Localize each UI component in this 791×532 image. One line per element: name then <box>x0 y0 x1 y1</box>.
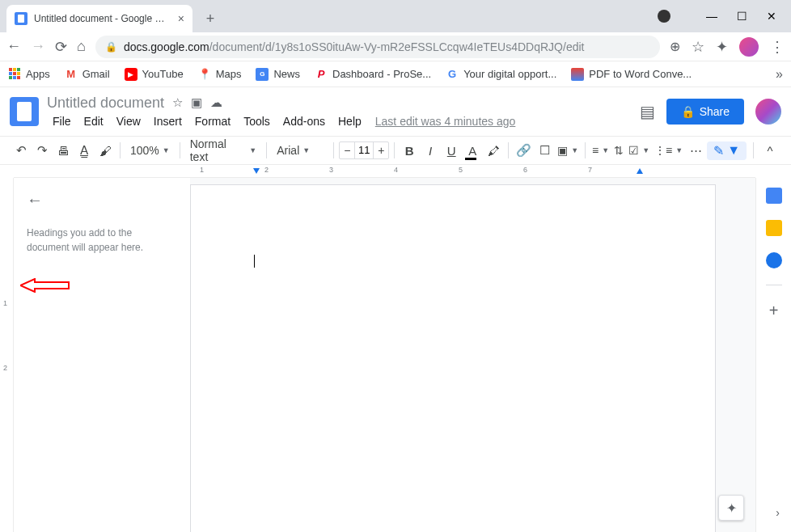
paint-format-button[interactable]: 🖌 <box>95 141 115 160</box>
calendar-app-icon[interactable] <box>766 188 782 204</box>
browser-toolbar: ← → ⟳ ⌂ 🔒 docs.google.com/document/d/1y8… <box>0 32 791 61</box>
back-button[interactable]: ← <box>6 38 21 55</box>
close-tab-icon[interactable]: × <box>178 12 184 25</box>
window-controls: — ☐ ✕ <box>658 0 791 32</box>
forward-button[interactable]: → <box>31 38 45 55</box>
line-spacing-button[interactable]: ⇅ <box>612 144 625 157</box>
decrease-font-button[interactable]: − <box>340 144 354 157</box>
undo-button[interactable]: ↶ <box>11 141 31 160</box>
menu-format[interactable]: Format <box>189 113 236 129</box>
google-g-icon: G <box>446 68 459 81</box>
vertical-ruler[interactable]: 1 2 <box>0 178 14 532</box>
bookmark-gmail[interactable]: M Gmail <box>65 68 110 81</box>
address-bar[interactable]: 🔒 docs.google.com/document/d/1y8s1oSS0it… <box>95 36 660 58</box>
keep-app-icon[interactable] <box>766 220 782 236</box>
bookmark-youtube[interactable]: ▶ YouTube <box>125 68 184 81</box>
paragraph-style-select[interactable]: Normal text ▼ <box>185 137 262 163</box>
menu-insert[interactable]: Insert <box>148 113 188 129</box>
bookmark-label: News <box>273 68 300 80</box>
profile-badge-icon[interactable] <box>658 10 670 23</box>
profile-avatar-icon[interactable] <box>739 37 759 57</box>
bookmark-dashboard[interactable]: P Dashboard - ProSe... <box>315 68 431 81</box>
reload-button[interactable]: ⟳ <box>55 38 67 56</box>
menu-tools[interactable]: Tools <box>238 113 276 129</box>
collapse-toolbar-button[interactable]: ^ <box>760 141 780 160</box>
explore-button[interactable]: ✦ <box>718 495 744 521</box>
ruler-mark: 6 <box>523 166 527 174</box>
star-icon[interactable]: ☆ <box>172 95 183 110</box>
print-button[interactable]: 🖶 <box>53 141 73 160</box>
underline-button[interactable]: U <box>442 141 461 160</box>
gmail-icon: M <box>65 68 78 81</box>
lock-icon: 🔒 <box>105 41 117 53</box>
bookmark-star-icon[interactable]: ☆ <box>692 38 704 56</box>
collapse-side-panel-button[interactable]: › <box>776 506 780 519</box>
text-cursor <box>254 255 255 268</box>
bookmark-news[interactable]: G News <box>256 68 300 81</box>
last-edit-link[interactable]: Last edit was 4 minutes ago <box>375 115 516 128</box>
bookmark-digital[interactable]: G Your digital opport... <box>446 68 556 81</box>
document-canvas[interactable] <box>190 178 755 532</box>
browser-tab[interactable]: Untitled document - Google Docs × <box>6 5 192 32</box>
extensions-icon[interactable]: ✦ <box>716 38 728 56</box>
more-format-button[interactable]: ⋯ <box>686 141 705 160</box>
italic-button[interactable]: I <box>421 141 440 160</box>
minimize-button[interactable]: — <box>706 10 717 23</box>
ruler-mark: 3 <box>329 166 333 174</box>
bold-button[interactable]: B <box>400 141 419 160</box>
add-addon-button[interactable]: + <box>769 302 779 320</box>
separator <box>266 142 267 158</box>
cloud-status-icon[interactable]: ☁ <box>210 95 222 110</box>
close-window-button[interactable]: ✕ <box>767 10 776 23</box>
increase-font-button[interactable]: + <box>374 144 388 157</box>
font-size-control: − 11 + <box>339 141 389 159</box>
bookmark-label: Your digital opport... <box>463 68 556 80</box>
menu-view[interactable]: View <box>111 113 146 129</box>
ruler-mark: 5 <box>459 166 463 174</box>
chrome-menu-icon[interactable]: ⋮ <box>770 38 785 56</box>
right-margin-marker[interactable] <box>637 168 643 174</box>
account-avatar[interactable] <box>755 99 781 125</box>
align-button[interactable]: ≡ ▼ <box>590 144 611 157</box>
outline-collapse-button[interactable]: ← <box>27 191 43 209</box>
document-page[interactable] <box>190 184 716 532</box>
menu-edit[interactable]: Edit <box>78 113 109 129</box>
home-button[interactable]: ⌂ <box>77 38 86 55</box>
move-folder-icon[interactable]: ▣ <box>191 95 202 110</box>
highlight-button[interactable]: 🖍 <box>484 141 503 160</box>
redo-button[interactable]: ↷ <box>32 141 52 160</box>
tasks-app-icon[interactable] <box>766 252 782 268</box>
insert-comment-button[interactable]: ☐ <box>535 141 554 160</box>
font-select[interactable]: Arial ▼ <box>272 144 328 157</box>
bookmarks-overflow-icon[interactable]: » <box>776 67 783 82</box>
document-title[interactable]: Untitled document <box>47 95 164 112</box>
spellcheck-button[interactable]: A̲ <box>74 141 94 160</box>
bookmark-maps[interactable]: 📍 Maps <box>198 68 242 81</box>
text-color-button[interactable]: A <box>463 141 482 160</box>
checklist-button[interactable]: ☑ ▼ <box>627 144 651 157</box>
insert-link-button[interactable]: 🔗 <box>514 141 533 160</box>
menu-help[interactable]: Help <box>332 113 367 129</box>
ruler-mark: 1 <box>200 166 204 174</box>
bookmark-pdf[interactable]: PDF to Word Conve... <box>571 68 692 81</box>
share-button[interactable]: 🔒 Share <box>666 99 744 125</box>
new-tab-button[interactable]: + <box>199 7 222 30</box>
docs-header: Untitled document ☆ ▣ ☁ File Edit View I… <box>0 87 791 136</box>
docs-logo[interactable] <box>10 97 39 126</box>
menu-addons[interactable]: Add-ons <box>277 113 331 129</box>
bookmark-apps[interactable]: Apps <box>8 68 50 81</box>
search-icon[interactable]: ⊕ <box>670 39 680 54</box>
horizontal-ruler[interactable]: 1 2 3 4 5 6 7 <box>14 165 755 178</box>
comments-icon[interactable]: ▤ <box>640 102 655 121</box>
checklist-icon: ☑ <box>628 144 639 157</box>
bulleted-list-button[interactable]: ⋮≡ ▼ <box>653 144 684 157</box>
font-size-value[interactable]: 11 <box>354 142 374 158</box>
main-area: 1 2 ← Headings you add to the document w… <box>0 178 791 532</box>
zoom-select[interactable]: 100% ▼ <box>125 144 175 157</box>
insert-image-button[interactable]: ▣ ▼ <box>556 144 580 157</box>
separator <box>120 142 121 158</box>
editing-mode-button[interactable]: ✎ ▼ <box>707 141 747 160</box>
indent-marker[interactable] <box>253 168 260 174</box>
menu-file[interactable]: File <box>47 113 77 129</box>
maximize-button[interactable]: ☐ <box>737 10 747 23</box>
